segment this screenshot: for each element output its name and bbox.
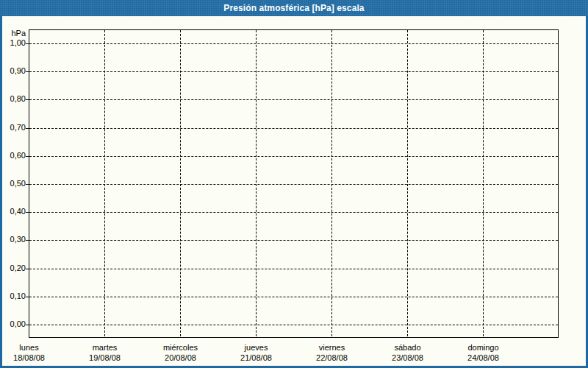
x-tick-label: lunes18/08/08 — [0, 342, 66, 363]
x-tick-label: sábado23/08/08 — [371, 342, 445, 363]
y-gridline — [29, 240, 558, 241]
x-tick-label: martes19/08/08 — [68, 342, 142, 363]
y-gridline — [29, 297, 558, 297]
y-gridline — [29, 212, 558, 213]
y-tick-label: 0,80 — [2, 94, 26, 104]
y-gridline — [29, 156, 558, 157]
y-tick-mark — [26, 240, 29, 241]
y-gridline — [29, 269, 558, 269]
x-date-label: 21/08/08 — [220, 353, 293, 363]
y-tick-label: 0,10 — [2, 291, 26, 301]
y-tick-label: 1,00 — [2, 38, 26, 48]
y-tick-mark — [26, 184, 29, 185]
y-tick-mark — [26, 43, 29, 44]
x-day-label: domingo — [447, 342, 520, 353]
x-gridline — [180, 30, 181, 336]
y-tick-mark — [26, 269, 29, 269]
x-date-label: 18/08/08 — [0, 353, 66, 363]
y-gridline — [29, 99, 558, 100]
x-gridline — [104, 30, 105, 336]
y-gridline — [29, 71, 558, 72]
chart-body: hPa 1,000,900,800,700,600,500,400,300,20… — [2, 16, 586, 366]
x-gridline — [256, 30, 257, 336]
y-tick-mark — [26, 297, 29, 297]
y-tick-label: 0,40 — [2, 207, 26, 216]
y-gridline — [29, 325, 558, 325]
x-date-label: 20/08/08 — [144, 353, 218, 363]
y-gridline — [29, 184, 558, 185]
y-gridline — [29, 128, 558, 129]
y-gridline — [29, 43, 558, 44]
chart-title: Presión atmosférica [hPa] escala — [223, 3, 364, 13]
x-tick-label: domingo24/08/08 — [447, 342, 520, 363]
x-day-label: sábado — [371, 342, 445, 353]
y-tick-mark — [26, 128, 29, 129]
x-tick-label: viernes22/08/08 — [295, 342, 369, 363]
y-tick-mark — [26, 71, 29, 72]
y-tick-mark — [26, 212, 29, 213]
y-axis-unit-label: hPa — [2, 29, 26, 38]
x-day-label: miércoles — [144, 342, 218, 353]
y-tick-label: 0,00 — [2, 319, 26, 329]
x-gridline — [331, 30, 332, 336]
y-tick-label: 0,20 — [2, 263, 26, 273]
x-tick-label: jueves21/08/08 — [220, 342, 293, 363]
x-date-label: 23/08/08 — [371, 353, 445, 363]
y-tick-label: 0,90 — [2, 66, 26, 76]
x-gridline — [483, 30, 484, 336]
x-day-label: martes — [68, 342, 142, 353]
x-day-label: lunes — [0, 342, 66, 353]
y-tick-label: 0,30 — [2, 235, 26, 244]
x-day-label: jueves — [220, 342, 293, 353]
x-date-label: 22/08/08 — [295, 353, 369, 363]
y-tick-mark — [26, 156, 29, 157]
y-tick-mark — [26, 99, 29, 100]
chart-title-bar: Presión atmosférica [hPa] escala — [0, 0, 588, 16]
x-date-label: 24/08/08 — [447, 353, 520, 363]
y-tick-label: 0,70 — [2, 123, 26, 132]
y-tick-mark — [26, 325, 29, 325]
x-tick-label: miércoles20/08/08 — [144, 342, 218, 363]
x-date-label: 19/08/08 — [68, 353, 142, 363]
chart-window: Presión atmosférica [hPa] escala hPa 1,0… — [0, 0, 588, 368]
x-gridline — [407, 30, 408, 336]
x-day-label: viernes — [295, 342, 369, 353]
y-tick-label: 0,60 — [2, 151, 26, 160]
y-tick-label: 0,50 — [2, 179, 26, 188]
